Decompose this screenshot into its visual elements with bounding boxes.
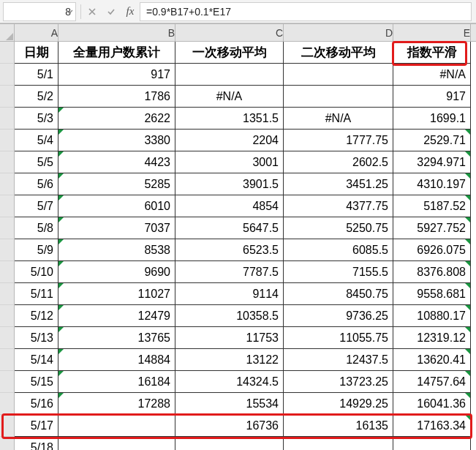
- cell-total[interactable]: 4423: [58, 151, 175, 173]
- cell-ma2[interactable]: 16135: [284, 415, 393, 437]
- cell-exp[interactable]: #N/A: [393, 64, 471, 86]
- row-header[interactable]: [0, 195, 15, 217]
- cell-ma1[interactable]: [175, 437, 284, 450]
- cell-exp[interactable]: 5187.52: [393, 195, 471, 217]
- cell-exp[interactable]: 10880.17: [393, 305, 471, 327]
- cell-total[interactable]: 7037: [58, 217, 175, 239]
- select-all-button[interactable]: [0, 24, 15, 41]
- cell-exp[interactable]: [393, 437, 471, 450]
- cell-ma2[interactable]: #N/A: [284, 108, 393, 130]
- row-header[interactable]: [0, 173, 15, 195]
- formula-input[interactable]: =0.9*B17+0.1*E17: [140, 2, 472, 21]
- cell-date[interactable]: 5/15: [15, 371, 58, 393]
- cell-total[interactable]: 13765: [58, 327, 175, 349]
- cell-exp[interactable]: 4310.197: [393, 173, 471, 195]
- cell-total[interactable]: 11027: [58, 283, 175, 305]
- cell-total[interactable]: 5285: [58, 173, 175, 195]
- cell-ma2[interactable]: 14929.25: [284, 393, 393, 415]
- cell-ma2[interactable]: 8450.75: [284, 283, 393, 305]
- cell-date[interactable]: 5/8: [15, 217, 58, 239]
- th-ma2[interactable]: 二次移动平均: [284, 42, 393, 64]
- col-header-c[interactable]: C: [175, 24, 284, 41]
- cell-ma2[interactable]: 4377.75: [284, 195, 393, 217]
- cell-ma1[interactable]: 2204: [175, 130, 284, 151]
- cell-total[interactable]: 8538: [58, 239, 175, 261]
- cell-ma2[interactable]: [284, 437, 393, 450]
- cell-ma2[interactable]: 11055.75: [284, 327, 393, 349]
- cell-total[interactable]: [58, 415, 175, 437]
- cell-ma2[interactable]: [284, 86, 393, 108]
- cell-total[interactable]: 3380: [58, 130, 175, 151]
- cell-exp[interactable]: 17163.34: [393, 415, 471, 437]
- cell-date[interactable]: 5/10: [15, 261, 58, 283]
- cell-date[interactable]: 5/9: [15, 239, 58, 261]
- cell-date[interactable]: 5/11: [15, 283, 58, 305]
- cell-ma2[interactable]: 12437.5: [284, 349, 393, 371]
- cell-ma2[interactable]: 13723.25: [284, 371, 393, 393]
- cell-ma2[interactable]: 7155.5: [284, 261, 393, 283]
- cell-ma2[interactable]: 5250.75: [284, 217, 393, 239]
- col-header-a[interactable]: A: [15, 24, 58, 41]
- cell-ma1[interactable]: 14324.5: [175, 371, 284, 393]
- fx-icon[interactable]: fx: [121, 2, 140, 21]
- cell-exp[interactable]: 14757.64: [393, 371, 471, 393]
- row-header[interactable]: [0, 130, 15, 151]
- cell-ma1[interactable]: #N/A: [175, 86, 284, 108]
- cell-total[interactable]: 14884: [58, 349, 175, 371]
- col-header-e[interactable]: E: [393, 24, 471, 41]
- cell-total[interactable]: 17288: [58, 393, 175, 415]
- chevron-down-icon[interactable]: [65, 7, 74, 16]
- cell-ma2[interactable]: 3451.25: [284, 173, 393, 195]
- th-ma1[interactable]: 一次移动平均: [175, 42, 284, 64]
- cell-total[interactable]: 12479: [58, 305, 175, 327]
- cell-exp[interactable]: 16041.36: [393, 393, 471, 415]
- col-header-d[interactable]: D: [284, 24, 393, 41]
- th-total[interactable]: 全量用户数累计: [58, 42, 175, 64]
- row-header[interactable]: [0, 42, 15, 64]
- cell-ma2[interactable]: 1777.75: [284, 130, 393, 151]
- cell-ma1[interactable]: 6523.5: [175, 239, 284, 261]
- col-header-b[interactable]: B: [58, 24, 175, 41]
- row-header[interactable]: [0, 327, 15, 349]
- cell-ma1[interactable]: 13122: [175, 349, 284, 371]
- row-header[interactable]: [0, 305, 15, 327]
- cell-exp[interactable]: 13620.41: [393, 349, 471, 371]
- enter-icon[interactable]: [102, 2, 121, 21]
- cell-ma1[interactable]: 1351.5: [175, 108, 284, 130]
- row-header[interactable]: [0, 239, 15, 261]
- th-exp[interactable]: 指数平滑: [393, 42, 471, 64]
- cell-date[interactable]: 5/12: [15, 305, 58, 327]
- cell-exp[interactable]: 8376.808: [393, 261, 471, 283]
- row-header[interactable]: [0, 86, 15, 108]
- cell-date[interactable]: 5/17: [15, 415, 58, 437]
- cell-date[interactable]: 5/18: [15, 437, 58, 450]
- cell-exp[interactable]: 6926.075: [393, 239, 471, 261]
- cell-ma2[interactable]: [284, 64, 393, 86]
- cell-date[interactable]: 5/7: [15, 195, 58, 217]
- cell-date[interactable]: 5/14: [15, 349, 58, 371]
- cell-ma1[interactable]: 3001: [175, 151, 284, 173]
- cell-ma1[interactable]: 11753: [175, 327, 284, 349]
- cell-date[interactable]: 5/3: [15, 108, 58, 130]
- cell-date[interactable]: 5/16: [15, 393, 58, 415]
- cell-ma1[interactable]: 15534: [175, 393, 284, 415]
- cell-exp[interactable]: 5927.752: [393, 217, 471, 239]
- cancel-icon[interactable]: [83, 2, 102, 21]
- row-header[interactable]: [0, 261, 15, 283]
- cell-ma1[interactable]: 3901.5: [175, 173, 284, 195]
- cell-ma1[interactable]: 5647.5: [175, 217, 284, 239]
- cell-ma1[interactable]: [175, 64, 284, 86]
- cell-date[interactable]: 5/4: [15, 130, 58, 151]
- cell-ma2[interactable]: 2602.5: [284, 151, 393, 173]
- cell-exp[interactable]: 917: [393, 86, 471, 108]
- row-header[interactable]: [0, 349, 15, 371]
- row-header[interactable]: [0, 283, 15, 305]
- cell-ma1[interactable]: 16736: [175, 415, 284, 437]
- name-box[interactable]: 8: [3, 2, 76, 21]
- row-header[interactable]: [0, 217, 15, 239]
- row-header[interactable]: [0, 108, 15, 130]
- row-header[interactable]: [0, 151, 15, 173]
- cell-date[interactable]: 5/1: [15, 64, 58, 86]
- cell-total[interactable]: 2622: [58, 108, 175, 130]
- cell-total[interactable]: [58, 437, 175, 450]
